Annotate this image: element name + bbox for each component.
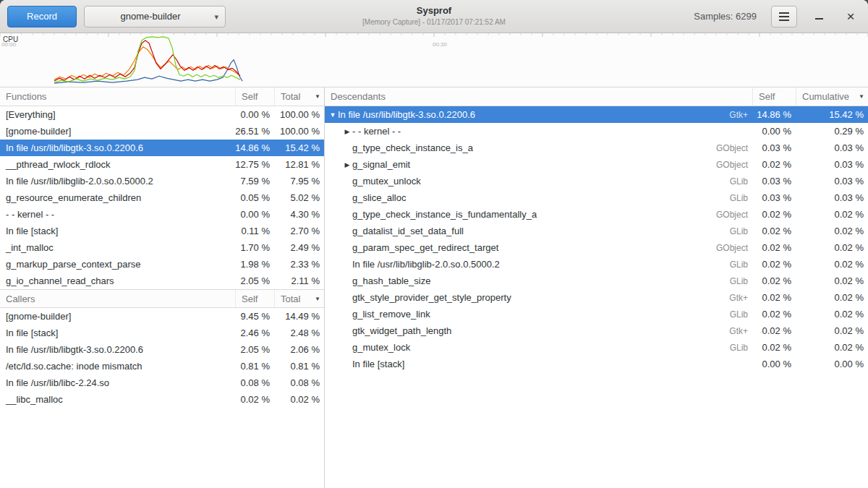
function-row[interactable]: __pthread_rwlock_rdlock 12.75 % 12.81 % [0,156,324,173]
descendant-row[interactable]: g_type_check_instance_is_fundamentally_a… [325,206,868,223]
descendant-row[interactable]: g_list_remove_link GLib 0.02 % 0.02 % [325,306,868,322]
menu-button[interactable] [771,6,797,27]
descendant-library-tag: GLib [721,260,748,270]
callers-column-header[interactable]: Callers [0,290,235,307]
sort-arrow-icon: ▼ [859,93,864,100]
descendant-name-cell: g_mutex_lock GLib [352,342,752,353]
record-button[interactable]: Record [7,6,77,27]
caller-row[interactable]: [gnome-builder] 9.45 % 14.49 % [0,308,324,325]
descendant-row[interactable]: g_datalist_id_set_data_full GLib 0.02 % … [325,223,868,239]
descendant-cumulative: 0.02 % [796,242,868,253]
descendant-library-tag: GLib [721,343,748,353]
caller-row[interactable]: In file /usr/lib/libc-2.24.so 0.08 % 0.0… [0,374,324,391]
descendant-library-tag: GLib [721,193,748,203]
function-self: 0.11 % [235,226,274,236]
function-row[interactable]: g_markup_parse_context_parse 1.98 % 2.33… [0,256,324,273]
descendant-name-cell: gtk_style_provider_get_style_property Gt… [352,292,752,303]
descendant-name: g_datalist_id_set_data_full [352,226,464,236]
self-column-header[interactable]: Self [235,290,274,307]
caller-row[interactable]: In file /usr/lib/libgtk-3.so.0.2200.6 2.… [0,341,324,358]
headerbar: Record gnome-builder ▾ Sysprof [Memory C… [0,0,868,33]
function-total: 7.95 % [274,176,324,187]
caller-row[interactable]: /etc/ld.so.cache: inode mismatch 0.81 % … [0,358,324,374]
descendant-cumulative: 0.03 % [796,159,868,170]
function-row[interactable]: _int_malloc 1.70 % 2.49 % [0,239,324,256]
caller-self: 2.05 % [235,344,274,355]
function-name: - - kernel - - [0,209,235,220]
descendant-self: 0.00 % [752,126,796,137]
cumulative-column-header[interactable]: Cumulative ▼ [796,87,868,106]
total-column-header[interactable]: Total ▼ [274,290,324,307]
cpu-graph-area[interactable]: CPU 00:00 00:30 [0,33,868,87]
descendant-self: 0.02 % [752,325,796,336]
descendants-rows: ▼ In file /usr/lib/libgtk-3.so.0.2200.6 … [325,106,868,372]
self-column-header[interactable]: Self [235,87,274,106]
caller-name: In file /usr/lib/libc-2.24.so [0,377,235,388]
caller-total: 2.06 % [274,344,324,355]
self-column-header[interactable]: Self [752,87,796,106]
descendant-cumulative: 0.02 % [796,292,868,303]
descendant-name-cell: g_param_spec_get_redirect_target GObject [352,242,752,253]
descendant-row[interactable]: g_mutex_unlock GLib 0.03 % 0.03 % [325,173,868,189]
descendant-cumulative: 0.29 % [796,126,868,137]
functions-column-header[interactable]: Functions [0,87,235,106]
descendant-library-tag: Gtk+ [720,326,748,336]
function-row[interactable]: [Everything] 0.00 % 100.00 % [0,106,324,123]
descendant-row[interactable]: ▶ - - kernel - - 0.00 % 0.29 % [325,123,868,140]
total-column-header[interactable]: Total ▼ [274,87,324,106]
descendant-row[interactable]: gtk_widget_path_length Gtk+ 0.02 % 0.02 … [325,322,868,339]
function-total: 15.42 % [274,142,324,153]
function-row[interactable]: In file /usr/lib/libgtk-3.so.0.2200.6 14… [0,140,324,156]
expander-icon[interactable]: ▶ [342,128,352,135]
descendant-self: 14.86 % [752,109,796,120]
descendant-self: 0.02 % [752,226,796,236]
descendant-name: g_type_check_instance_is_fundamentally_a [352,209,537,220]
descendant-name-cell: g_signal_emit GObject [352,159,752,170]
descendants-column-header[interactable]: Descendants [325,87,752,106]
descendant-row[interactable]: g_param_spec_get_redirect_target GObject… [325,239,868,256]
caller-row[interactable]: __libc_malloc 0.02 % 0.02 % [0,391,324,408]
cumulative-header-label: Cumulative [802,91,849,102]
descendant-name-cell: In file /usr/lib/libglib-2.0.so.0.5000.2… [352,259,752,270]
function-self: 12.75 % [235,159,274,170]
descendant-library-tag: GLib [721,309,748,320]
descendant-name: In file [stack] [352,359,404,369]
descendant-row[interactable]: In file /usr/lib/libglib-2.0.so.0.5000.2… [325,256,868,273]
function-name: [gnome-builder] [0,126,235,137]
time-tick-mid: 00:30 [433,41,447,48]
descendant-row[interactable]: g_hash_table_size GLib 0.02 % 0.02 % [325,273,868,289]
descendant-self: 0.02 % [752,309,796,320]
descendant-name: g_mutex_unlock [352,176,421,187]
caller-row[interactable]: In file [stack] 2.46 % 2.48 % [0,325,324,341]
descendant-row[interactable]: g_type_check_instance_is_a GObject 0.03 … [325,140,868,156]
descendant-row[interactable]: In file [stack] 0.00 % 0.00 % [325,356,868,372]
caller-self: 9.45 % [235,311,274,322]
descendant-library-tag: GObject [707,243,748,253]
sort-arrow-icon: ▼ [315,93,320,100]
function-row[interactable]: In file /usr/lib/libglib-2.0.so.0.5000.2… [0,173,324,189]
app-title: Sysprof [362,5,506,16]
descendant-name: g_hash_table_size [352,275,430,286]
expander-icon[interactable]: ▶ [342,161,352,168]
close-button[interactable]: × [841,7,861,27]
caller-total: 2.48 % [274,328,324,338]
descendant-name-cell: g_list_remove_link GLib [352,309,752,320]
descendant-row[interactable]: ▶ g_signal_emit GObject 0.02 % 0.03 % [325,156,868,173]
function-row[interactable]: g_resource_enumerate_children 0.05 % 5.0… [0,189,324,206]
descendant-row[interactable]: ▼ In file /usr/lib/libgtk-3.so.0.2200.6 … [325,106,868,123]
descendant-row[interactable]: g_slice_alloc GLib 0.03 % 0.03 % [325,189,868,206]
descendant-name-cell: In file /usr/lib/libgtk-3.so.0.2200.6 Gt… [338,109,752,120]
function-row[interactable]: [gnome-builder] 26.51 % 100.00 % [0,123,324,140]
callers-header-row: Callers Self Total ▼ [0,289,324,308]
descendant-row[interactable]: gtk_style_provider_get_style_property Gt… [325,289,868,306]
function-row[interactable]: - - kernel - - 0.00 % 4.30 % [0,206,324,223]
minimize-button[interactable] [809,7,829,27]
function-name: __pthread_rwlock_rdlock [0,159,235,170]
expander-icon[interactable]: ▼ [328,111,338,119]
process-selector-dropdown[interactable]: gnome-builder ▾ [84,6,226,27]
function-row[interactable]: g_io_channel_read_chars 2.05 % 2.11 % [0,273,324,289]
descendant-name: gtk_widget_path_length [352,325,451,336]
function-row[interactable]: In file [stack] 0.11 % 2.70 % [0,223,324,239]
function-name: In file /usr/lib/libgtk-3.so.0.2200.6 [0,142,235,153]
descendant-row[interactable]: g_mutex_lock GLib 0.02 % 0.02 % [325,339,868,356]
